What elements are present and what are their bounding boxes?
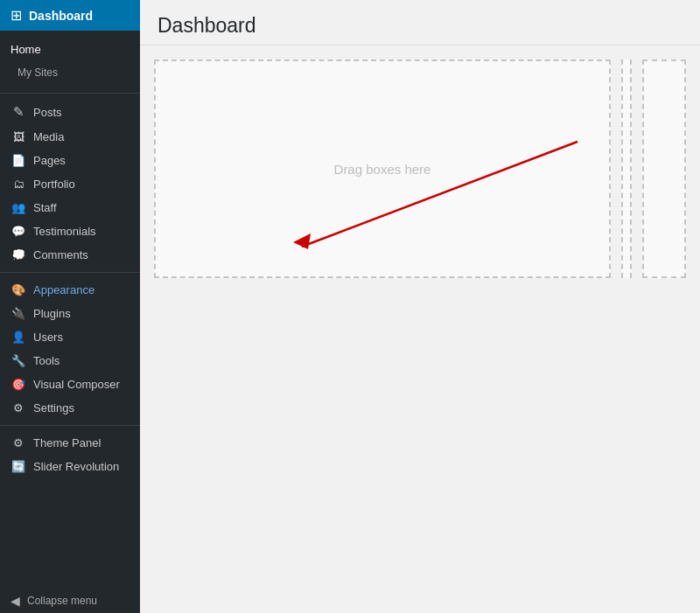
pages-icon: 📄 xyxy=(10,154,26,167)
divider-1 xyxy=(0,93,140,94)
sidebar-item-themepanel[interactable]: ⚙ Theme Panel xyxy=(0,431,140,455)
testimonials-label: Testimonials xyxy=(33,225,96,238)
drag-boxes-area: Drag boxes here xyxy=(154,59,686,278)
divider-2 xyxy=(0,272,140,273)
collapse-icon: ◀ xyxy=(10,594,20,608)
sidebar-item-visualcomposer[interactable]: 🎯 Visual Composer xyxy=(0,373,140,396)
pages-label: Pages xyxy=(33,154,66,167)
collapse-menu[interactable]: ◀ Collapse menu xyxy=(0,589,140,613)
sliderrevolution-icon: 🔄 xyxy=(10,460,26,473)
themepanel-label: Theme Panel xyxy=(33,436,101,449)
main-header: Dashboard xyxy=(140,0,700,45)
settings-label: Settings xyxy=(33,401,74,414)
portfolio-icon: 🗂 xyxy=(10,178,26,191)
drag-box-divider xyxy=(621,59,632,278)
sidebar-item-comments[interactable]: 💭 Comments xyxy=(0,243,140,267)
users-icon: 👤 xyxy=(10,331,26,344)
drag-box-left[interactable]: Drag boxes here xyxy=(154,59,611,278)
comments-icon: 💭 xyxy=(10,248,26,261)
sidebar-top-group: Home My Sites xyxy=(0,31,140,87)
plugins-icon: 🔌 xyxy=(10,307,26,320)
tools-icon: 🔧 xyxy=(10,354,26,367)
sidebar-item-plugins[interactable]: 🔌 Plugins xyxy=(0,302,140,325)
sidebar-title: Dashboard xyxy=(29,9,93,23)
staff-label: Staff xyxy=(33,201,57,214)
sidebar-item-portfolio[interactable]: 🗂 Portfolio xyxy=(0,172,140,196)
page-title: Dashboard xyxy=(158,14,682,38)
drag-box-text: Drag boxes here xyxy=(334,162,431,177)
sidebar: ⊞ Dashboard Home My Sites ✎ Posts 🖼 Medi… xyxy=(0,0,140,613)
visualcomposer-icon: 🎯 xyxy=(10,378,26,391)
sidebar-item-home[interactable]: Home xyxy=(0,38,140,61)
sidebar-item-settings[interactable]: ⚙ Settings xyxy=(0,396,140,420)
sidebar-item-users[interactable]: 👤 Users xyxy=(0,325,140,349)
dashboard-icon: ⊞ xyxy=(10,7,22,24)
divider-3 xyxy=(0,425,140,426)
staff-icon: 👥 xyxy=(10,201,26,214)
appearance-label: Appearance xyxy=(33,283,94,296)
sliderrevolution-label: Slider Revolution xyxy=(33,460,119,473)
sidebar-item-testimonials[interactable]: 💬 Testimonials xyxy=(0,219,140,243)
sidebar-item-mysites[interactable]: My Sites xyxy=(0,61,140,84)
media-icon: 🖼 xyxy=(10,130,26,143)
settings-icon: ⚙ xyxy=(10,401,26,414)
tools-label: Tools xyxy=(33,354,60,367)
sidebar-item-staff[interactable]: 👥 Staff xyxy=(0,196,140,219)
portfolio-label: Portfolio xyxy=(33,178,75,191)
drag-box-right[interactable] xyxy=(642,59,686,278)
plugins-label: Plugins xyxy=(33,307,71,320)
sidebar-item-posts[interactable]: ✎ Posts xyxy=(0,99,140,125)
appearance-wrapper: 🎨 Appearance Themes Customize Widgets Me… xyxy=(0,278,140,302)
posts-icon: ✎ xyxy=(10,104,26,120)
posts-label: Posts xyxy=(33,106,62,119)
sidebar-item-tools[interactable]: 🔧 Tools xyxy=(0,349,140,373)
sidebar-item-appearance[interactable]: 🎨 Appearance xyxy=(0,278,140,302)
appearance-icon: 🎨 xyxy=(10,283,26,296)
sidebar-header[interactable]: ⊞ Dashboard xyxy=(0,0,140,31)
main-area: Dashboard Drag boxes here xyxy=(140,0,700,613)
users-label: Users xyxy=(33,331,63,344)
main-content: Drag boxes here xyxy=(140,45,700,613)
comments-label: Comments xyxy=(33,248,88,261)
sidebar-item-media[interactable]: 🖼 Media xyxy=(0,125,140,149)
sidebar-item-sliderrevolution[interactable]: 🔄 Slider Revolution xyxy=(0,455,140,478)
testimonials-icon: 💬 xyxy=(10,225,26,238)
home-label: Home xyxy=(10,43,41,56)
mysites-label: My Sites xyxy=(18,66,58,79)
collapse-label: Collapse menu xyxy=(27,595,97,607)
sidebar-item-pages[interactable]: 📄 Pages xyxy=(0,149,140,172)
themepanel-icon: ⚙ xyxy=(10,436,26,449)
visualcomposer-label: Visual Composer xyxy=(33,378,120,391)
media-label: Media xyxy=(33,130,64,143)
